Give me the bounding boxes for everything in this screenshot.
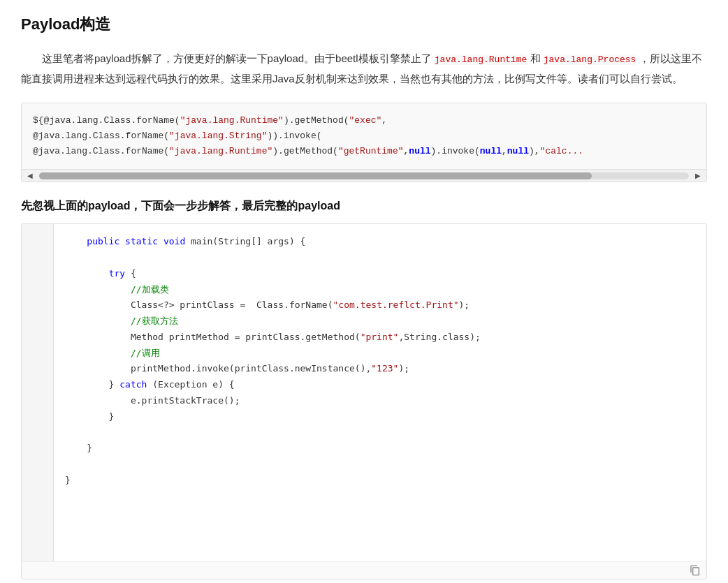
- copy-icon-row: [22, 561, 706, 579]
- scroll-left-arrow[interactable]: ◀: [25, 172, 35, 179]
- copy-icon[interactable]: [690, 565, 701, 576]
- line-numbers: [22, 224, 54, 561]
- payload-code-pre: ${@java.lang.Class.forName("java.lang.Ru…: [33, 113, 695, 159]
- page-title: Payload构造: [21, 14, 707, 35]
- scrollbar-row: ◀ ▶: [22, 169, 706, 182]
- scrollbar-thumb: [39, 172, 592, 179]
- java-code-content: public static void main(String[] args) {…: [54, 224, 706, 561]
- payload-code-scroll[interactable]: ${@java.lang.Class.forName("java.lang.Ru…: [22, 103, 706, 169]
- java-code-pre: public static void main(String[] args) {…: [65, 234, 695, 488]
- payload-code-block: ${@java.lang.Class.forName("java.lang.Ru…: [21, 103, 707, 182]
- scrollbar-track[interactable]: [39, 172, 689, 179]
- java-code-block: public static void main(String[] args) {…: [21, 223, 707, 580]
- intro-paragraph: 这里笔者将payload拆解了，方便更好的解读一下payload。由于beetl…: [21, 49, 707, 89]
- code-inner: public static void main(String[] args) {…: [22, 224, 706, 561]
- inline-code-process: java.lang.Process: [544, 54, 636, 65]
- intro-text-2: 和: [527, 52, 543, 64]
- scroll-right-arrow[interactable]: ▶: [693, 172, 703, 179]
- inline-code-runtime: java.lang.Runtime: [435, 54, 527, 65]
- section-subtitle: 先忽视上面的payload，下面会一步步解答，最后完整的payload: [21, 199, 707, 214]
- intro-text-1: 这里笔者将payload拆解了，方便更好的解读一下payload。由于beetl…: [42, 52, 435, 64]
